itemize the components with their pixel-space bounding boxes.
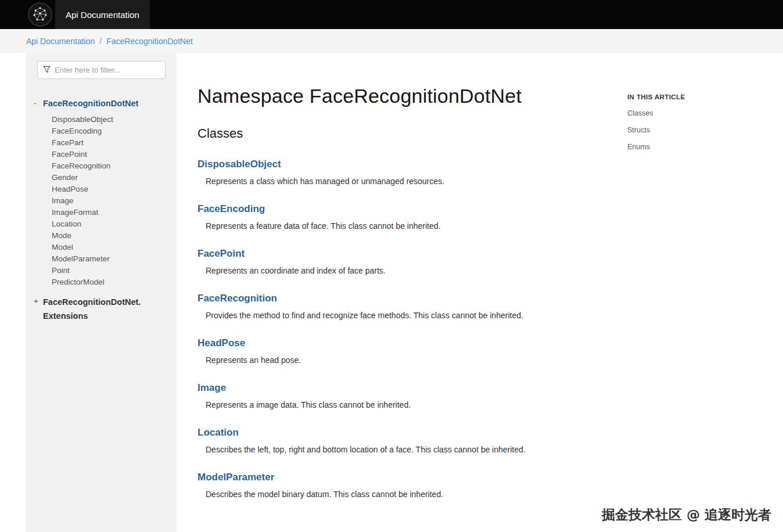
class-description: Represents a feature data of face. This …	[206, 221, 616, 231]
sidebar-item-facepart[interactable]: FacePart	[52, 137, 177, 149]
toc-item-enums[interactable]: Enums	[627, 143, 783, 151]
tree-extensions-row: + FaceRecognitionDotNet. Extensions	[26, 295, 177, 323]
sidebar-item-location[interactable]: Location	[52, 218, 177, 230]
in-this-article-panel: IN THIS ARTICLE Classes Structs Enums	[627, 53, 783, 532]
main-content: Namespace FaceRecognitionDotNet Classes …	[177, 53, 627, 532]
sidebar-item-image[interactable]: Image	[52, 195, 177, 207]
navbar-brand[interactable]: Api Documentation	[55, 0, 150, 29]
class-description: Represents a class which has managed or …	[206, 177, 616, 186]
sidebar-item-facerecognitiondotnet[interactable]: FaceRecognitionDotNet	[43, 97, 138, 110]
sidebar-item-imageformat[interactable]: ImageFormat	[52, 207, 177, 218]
class-link-location[interactable]: Location	[197, 427, 239, 438]
class-entry: FacePoint Represents an coordinate and i…	[197, 248, 616, 275]
extensions-label-line1: FaceRecognitionDotNet.	[43, 295, 141, 309]
expand-toggle-icon[interactable]: +	[34, 295, 43, 323]
sidebar-item-headpose[interactable]: HeadPose	[52, 184, 177, 195]
sidebar-item-facepoint[interactable]: FacePoint	[52, 149, 177, 160]
sidebar-item-facerecognitiondotnet-extensions[interactable]: FaceRecognitionDotNet. Extensions	[43, 295, 141, 323]
filter-input[interactable]	[55, 66, 160, 74]
collapse-toggle-icon[interactable]: -	[34, 97, 43, 110]
class-description: Represents a image data. This class cann…	[206, 400, 616, 409]
tree-root-row: - FaceRecognitionDotNet	[26, 97, 177, 110]
sidebar-item-facerecognition[interactable]: FaceRecognition	[52, 160, 177, 172]
sidebar-item-model[interactable]: Model	[52, 242, 177, 253]
breadcrumb: Api Documentation / FaceRecognitionDotNe…	[0, 29, 783, 53]
toc-item-classes[interactable]: Classes	[627, 109, 783, 117]
namespace-tree: - FaceRecognitionDotNet DisposableObject…	[26, 97, 177, 323]
class-description: Provides the method to find and recogniz…	[206, 311, 616, 320]
class-link-faceencoding[interactable]: FaceEncoding	[197, 203, 265, 215]
breadcrumb-link-facerecognitiondotnet[interactable]: FaceRecognitionDotNet	[106, 37, 193, 46]
sidebar-item-disposableobject[interactable]: DisposableObject	[52, 114, 177, 125]
class-description: Describes the left, top, right and botto…	[206, 445, 616, 454]
class-link-headpose[interactable]: HeadPose	[197, 337, 245, 349]
toc-heading: IN THIS ARTICLE	[627, 94, 783, 100]
sidebar-item-predictormodel[interactable]: PredictorModel	[52, 276, 177, 288]
filter-box	[37, 61, 166, 79]
tree-children: DisposableObject FaceEncoding FacePart F…	[26, 114, 177, 288]
sidebar-item-modelparameter[interactable]: ModelParameter	[52, 253, 177, 265]
class-link-image[interactable]: Image	[197, 382, 226, 394]
class-description: Describes the model binary datum. This c…	[206, 490, 616, 499]
classes-section-heading: Classes	[197, 126, 616, 141]
class-link-modelparameter[interactable]: ModelParameter	[197, 472, 274, 483]
class-link-disposableobject[interactable]: DisposableObject	[197, 159, 281, 170]
breadcrumb-link-api-documentation[interactable]: Api Documentation	[26, 37, 95, 46]
sidebar-item-faceencoding[interactable]: FaceEncoding	[52, 125, 177, 137]
class-entry: Image Represents a image data. This clas…	[197, 382, 616, 409]
class-entry: Location Describes the left, top, right …	[197, 427, 616, 454]
watermark-text: 掘金技术社区 @ 追逐时光者	[602, 506, 771, 524]
class-link-facerecognition[interactable]: FaceRecognition	[197, 293, 277, 304]
face-wireframe-logo-icon	[27, 2, 53, 27]
sidebar: - FaceRecognitionDotNet DisposableObject…	[26, 53, 177, 532]
class-description: Represents an head pose.	[206, 355, 616, 365]
sidebar-item-point[interactable]: Point	[52, 265, 177, 276]
extensions-label-line2: Extensions	[43, 309, 141, 323]
page-title: Namespace FaceRecognitionDotNet	[197, 85, 616, 107]
breadcrumb-separator: /	[99, 37, 102, 46]
class-entry: DisposableObject Represents a class whic…	[197, 159, 616, 186]
class-entry: ModelParameter Describes the model binar…	[197, 472, 616, 499]
class-entry: HeadPose Represents an head pose.	[197, 337, 616, 365]
sidebar-item-mode[interactable]: Mode	[52, 230, 177, 242]
class-link-facepoint[interactable]: FacePoint	[197, 248, 245, 260]
funnel-icon	[43, 65, 51, 76]
top-navbar: Api Documentation	[0, 0, 783, 29]
sidebar-item-gender[interactable]: Gender	[52, 172, 177, 184]
toc-item-structs[interactable]: Structs	[627, 126, 783, 134]
class-entry: FaceEncoding Represents a feature data o…	[197, 203, 616, 231]
class-entry: FaceRecognition Provides the method to f…	[197, 293, 616, 320]
class-description: Represents an coordinate and index of fa…	[206, 266, 616, 275]
